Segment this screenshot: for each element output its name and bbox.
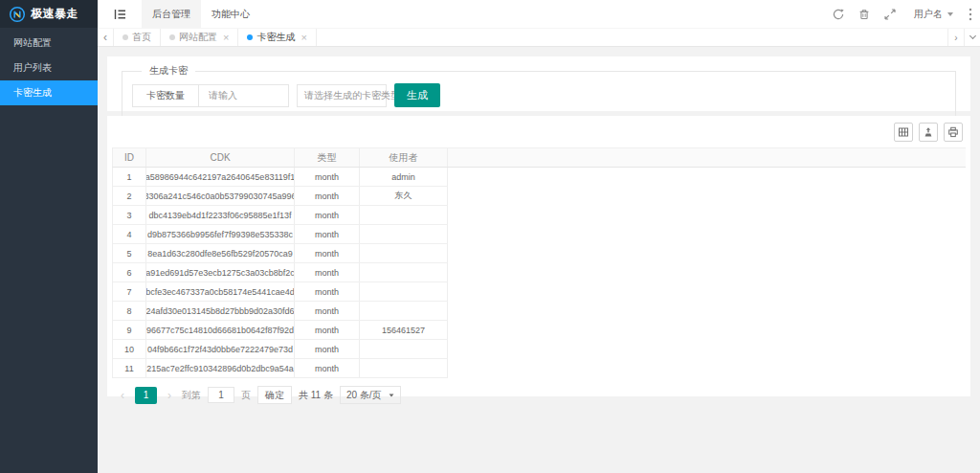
filter-columns-icon: [898, 126, 909, 138]
topnav-tab-admin[interactable]: 后台管理: [142, 0, 201, 28]
clear-cache-button[interactable]: [851, 0, 877, 28]
table-row: 23306a241c546c0a0b53799030745a996month东久: [113, 187, 448, 206]
table-cell: [360, 263, 448, 282]
page-content: 生成卡密 卡密数量 请选择生成的卡密类型 生成: [98, 47, 980, 473]
goto-confirm-button[interactable]: 确定: [257, 386, 292, 404]
sidebar-item-card-key-generate[interactable]: 卡密生成: [0, 80, 98, 105]
sidebar-item-user-list[interactable]: 用户列表: [0, 56, 98, 80]
top-navbar: 后台管理 功能中心: [98, 0, 980, 28]
column-header-type[interactable]: 类型: [295, 148, 360, 167]
table-cell: 156461527: [360, 321, 448, 339]
table-cell: 8: [113, 302, 146, 320]
table-cell: 3: [113, 206, 146, 224]
table-cell: 24afd30e013145b8d27bbb9d02a30fd6: [146, 302, 295, 320]
current-page-button[interactable]: 1: [135, 387, 157, 404]
print-button[interactable]: [944, 123, 963, 142]
total-count-label: 共 11 条: [299, 389, 333, 402]
export-button[interactable]: [919, 123, 938, 142]
table-cell: 1: [113, 168, 146, 186]
table-cell: bcfe3ec467337a0cb58174e5441cae4d: [146, 282, 295, 301]
generate-button[interactable]: 生成: [394, 83, 440, 107]
page-size-select[interactable]: 20 条/页: [340, 386, 401, 404]
table-cell: month: [295, 282, 360, 301]
more-vertical-icon: [969, 8, 972, 21]
table-cell: month: [295, 321, 360, 339]
tabs-menu-button[interactable]: [964, 29, 980, 46]
column-header-cdk[interactable]: CDK: [146, 148, 295, 167]
tabs-scroll-left-button[interactable]: ‹: [98, 29, 114, 46]
table-cell: [360, 244, 448, 262]
table-cell: 东久: [360, 187, 448, 205]
tab-label: 卡密生成: [256, 31, 295, 44]
table-cell: month: [295, 225, 360, 243]
tab-label: 首页: [132, 31, 151, 44]
quantity-input[interactable]: [198, 84, 289, 107]
next-page-button[interactable]: ›: [164, 389, 175, 402]
table-cell: 04f9b66c1f72f43d0bb6e7222479e73d: [146, 340, 295, 358]
column-header-filler: [448, 148, 966, 167]
collapse-sidebar-button[interactable]: [98, 0, 142, 28]
more-settings-button[interactable]: [963, 0, 978, 28]
table-row: 1004f9b66c1f72f43d0bb6e7222479e73dmonth: [113, 340, 448, 359]
app-window: 极速暴走 网站配置用户列表卡密生成 后台管理 功能中心: [0, 0, 980, 473]
table-cell: month: [295, 263, 360, 282]
tab-dot-icon: [169, 34, 175, 40]
user-menu[interactable]: 用户名: [902, 0, 963, 28]
table-row: 11215ac7e2ffc910342896d0b2dbc9a54amonth: [113, 359, 448, 378]
navbar-right-tools: 用户名: [825, 0, 980, 28]
table-cell: 10: [113, 340, 146, 358]
table-cell: month: [295, 244, 360, 262]
table-row: 7bcfe3ec467337a0cb58174e5441cae4dmonth: [113, 282, 448, 302]
table-cell: [360, 206, 448, 224]
page-size-label: 20 条/页: [346, 389, 382, 402]
prev-page-button[interactable]: ‹: [117, 389, 128, 402]
table-cell: month: [295, 359, 360, 377]
collapse-sidebar-icon: [114, 9, 126, 20]
pagination: ‹ 1 › 到第 页 确定 共 11 条 20 条/页: [112, 378, 966, 404]
topnav-tab-function-center[interactable]: 功能中心: [201, 0, 260, 28]
tab-dot-icon: [122, 34, 128, 40]
sidebar-item-site-config[interactable]: 网站配置: [0, 31, 98, 56]
fullscreen-icon: [884, 9, 896, 20]
page-tabbar: ‹ 首页网站配置×卡密生成× ›: [98, 28, 980, 47]
page-size-caret-icon: [389, 394, 393, 396]
refresh-button[interactable]: [825, 0, 851, 28]
chevron-down-icon: [969, 33, 975, 39]
table-row: 996677c75c14810d66681b0642f87f92dmonth15…: [113, 321, 448, 340]
card-type-select[interactable]: 请选择生成的卡密类型: [297, 84, 387, 107]
table-row: 58ea1d63c280dfe8e56fb529f20570ca9month: [113, 244, 448, 263]
sidebar-menu: 网站配置用户列表卡密生成: [0, 28, 98, 105]
table-card: ID CDK 类型 使用者 1a58986944c642197a2640645e…: [107, 116, 970, 396]
table-row: 1a58986944c642197a2640645e83119f1monthad…: [113, 168, 448, 187]
table-cell: [360, 359, 448, 377]
filter-columns-button[interactable]: [894, 123, 913, 142]
export-icon: [923, 126, 934, 138]
card-type-placeholder: 请选择生成的卡密类型: [304, 89, 400, 102]
tab-close-icon[interactable]: ×: [301, 33, 306, 43]
tab-card-key-generate[interactable]: 卡密生成×: [238, 29, 316, 46]
tabbar-tabs: 首页网站配置×卡密生成×: [114, 29, 317, 46]
table-row: 3dbc4139eb4d1f2233f06c95885e1f13fmonth: [113, 206, 448, 225]
tab-site-config[interactable]: 网站配置×: [161, 29, 238, 46]
column-header-user[interactable]: 使用者: [360, 148, 448, 167]
table-cell: 6: [113, 263, 146, 282]
fullscreen-button[interactable]: [877, 0, 902, 28]
table-cell: month: [295, 302, 360, 320]
table-cell: [360, 225, 448, 243]
table-cell: dbc4139eb4d1f2233f06c95885e1f13f: [146, 206, 295, 224]
fieldset-legend: 生成卡密: [142, 64, 195, 78]
username-label: 用户名: [914, 8, 943, 21]
generate-card: 生成卡密 卡密数量 请选择生成的卡密类型 生成: [107, 56, 970, 111]
tabs-scroll-right-button[interactable]: ›: [947, 29, 964, 46]
table-body: 1a58986944c642197a2640645e83119f1monthad…: [112, 168, 448, 378]
column-header-id[interactable]: ID: [113, 148, 146, 167]
table-cell: 11: [113, 359, 146, 377]
table-cell: 5: [113, 244, 146, 262]
tab-close-icon[interactable]: ×: [223, 33, 229, 43]
table-cell: month: [295, 206, 360, 224]
table-cell: 8ea1d63c280dfe8e56fb529f20570ca9: [146, 244, 295, 262]
tab-home[interactable]: 首页: [114, 29, 161, 46]
table-row: 6a91ed691d57e3ecb1275c3a03cb8bf2cmonth: [113, 263, 448, 282]
goto-page-input[interactable]: [208, 387, 234, 403]
table-cell: d9b875366b9956fef7f99398e535338c: [146, 225, 295, 243]
